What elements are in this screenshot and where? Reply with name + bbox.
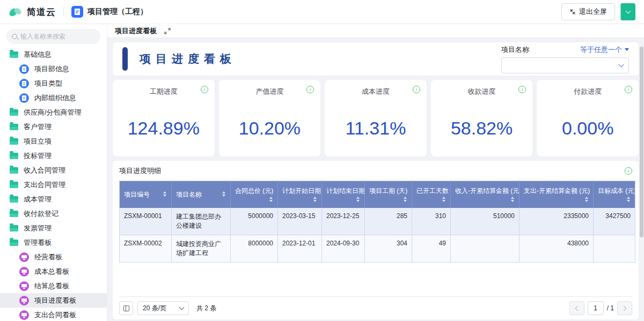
folder-icon	[10, 225, 18, 232]
sidebar: 基础信息 项目部信息 项目类型 内部组织信息 供应商/分包商管理 客户管理 项目…	[0, 24, 107, 321]
next-page-button[interactable]	[617, 301, 632, 315]
sidebar-item-operation-dashboard[interactable]: 经营看板	[0, 250, 107, 264]
folder-icon	[10, 124, 18, 130]
col-header-contract-total[interactable]: 合同总价 (元)	[231, 181, 278, 208]
filter-value-select[interactable]	[501, 57, 629, 73]
sort-icon	[163, 191, 167, 197]
title-card: 项目进度看板 项目名称 等于任意一个	[113, 42, 639, 76]
folder-icon	[10, 211, 18, 217]
sidebar-item-invoice-mgmt[interactable]: 发票管理	[0, 221, 107, 235]
filter-operator-label: 等于任意一个	[580, 45, 622, 55]
sort-icon	[442, 197, 446, 203]
sort-icon	[584, 197, 589, 203]
folder-icon	[10, 138, 18, 145]
columns-icon	[123, 305, 129, 311]
col-header-income-settled[interactable]: 收入-开累结算金额 (元)	[451, 181, 519, 208]
page-number-input[interactable]	[588, 301, 604, 315]
metric-title: 产值进度	[219, 80, 321, 96]
form-icon	[19, 64, 29, 74]
chevron-right-icon	[621, 305, 627, 311]
page-size-select[interactable]: 20 条/页	[137, 301, 189, 315]
header-divider	[63, 7, 64, 17]
sidebar-item-supplier-subcontractor[interactable]: 供应商/分包商管理	[0, 105, 107, 120]
sort-icon	[356, 197, 360, 203]
sidebar-item-label: 支出合同管理	[24, 180, 65, 190]
sidebar-item-label: 项目类型	[34, 79, 62, 88]
sidebar-search[interactable]	[6, 29, 100, 44]
dashboard-icon	[19, 296, 29, 305]
install-template-caret-button[interactable]	[620, 3, 635, 20]
prev-page-button[interactable]	[569, 301, 584, 315]
chevron-down-icon	[619, 62, 624, 67]
main-area: 项目进度看板 项目进度看板 项目名称 等于任意一个	[107, 24, 644, 321]
col-header-project-id[interactable]: 项目编号	[120, 181, 172, 208]
info-icon[interactable]	[625, 167, 632, 175]
col-header-target-cost[interactable]: 目标成本 (元)	[594, 181, 635, 208]
table-title: 项目进度明细	[119, 166, 161, 176]
logo-text: 简道云	[27, 6, 56, 18]
total-count: 共 2 条	[196, 304, 216, 313]
metric-card-receipt-progress: 收款进度 58.82%	[431, 80, 533, 156]
total-pages: / 1	[607, 304, 614, 312]
col-header-expense-settled[interactable]: 支出-开累结算金额 (元)	[519, 181, 594, 208]
metric-title: 付款进度	[537, 80, 639, 96]
pagination-bar: 20 条/页 共 2 条 / 1	[119, 296, 632, 315]
table-row[interactable]: ZSXM-00001 建工集团总部办公楼建设 5000000 2023-03-1…	[120, 208, 635, 235]
metric-title: 工期进度	[113, 80, 215, 96]
sidebar-item-basic-info[interactable]: 基础信息	[0, 47, 107, 62]
chevron-left-icon	[575, 305, 580, 311]
sidebar-item-customer-mgmt[interactable]: 客户管理	[0, 120, 107, 134]
brand-logo[interactable]: 简道云	[9, 6, 56, 18]
form-icon	[19, 93, 29, 103]
sidebar-item-label: 支出合同看板	[34, 310, 76, 320]
sidebar-item-label: 成本管理	[24, 195, 52, 204]
sort-icon	[269, 197, 273, 203]
folder-icon	[10, 51, 18, 58]
sidebar-item-bidding-mgmt[interactable]: 投标管理	[0, 148, 107, 163]
metric-card-output-progress: 产值进度 10.20%	[219, 80, 321, 156]
sidebar-item-label: 项目部信息	[34, 64, 69, 74]
metric-cards-row: 工期进度 124.89% 产值进度 10.20% 成本进度 11.31% 收款进…	[113, 80, 639, 156]
sidebar-item-mgmt-dashboards[interactable]: 管理看板	[0, 235, 107, 250]
logo-leaf-icon	[9, 6, 23, 18]
col-header-project-name[interactable]: 项目名称	[172, 181, 231, 208]
app-title: 项目管理（工程）	[87, 7, 148, 17]
metric-title: 成本进度	[325, 80, 427, 96]
col-header-project-duration[interactable]: 项目工期 (天)	[365, 181, 412, 208]
sidebar-item-project-initiation[interactable]: 项目立项	[0, 134, 107, 148]
sidebar-item-payment-registration[interactable]: 收付款登记	[0, 206, 107, 221]
column-settings-button[interactable]	[119, 301, 133, 315]
exit-fullscreen-button[interactable]: 退出全屏	[561, 3, 615, 20]
sidebar-item-project-progress-dashboard[interactable]: 项目进度看板	[0, 293, 107, 308]
sidebar-item-cost-total-dashboard[interactable]: 成本总看板	[0, 264, 107, 279]
project-progress-table: 项目编号 项目名称 合同总价 (元) 计划开始日期 计划结束日期 项目工期 (天…	[119, 181, 635, 263]
sidebar-item-income-contract-mgmt[interactable]: 收入合同管理	[0, 163, 107, 177]
title-accent-bar	[122, 47, 128, 71]
col-header-plan-end-date[interactable]: 计划结束日期	[322, 181, 365, 208]
project-progress-detail-card: 项目进度明细 项目编号 项目名称 合同总价 (元) 计划开始日期 计划结束日期	[113, 161, 639, 319]
sort-icon	[510, 197, 515, 203]
sidebar-item-cost-mgmt[interactable]: 成本管理	[0, 192, 107, 206]
search-input[interactable]	[20, 33, 95, 40]
sidebar-item-project-dept-info[interactable]: 项目部信息	[0, 62, 107, 76]
sidebar-item-expense-contract-mgmt[interactable]: 支出合同管理	[0, 177, 107, 192]
col-header-days-worked[interactable]: 已开工天数	[412, 181, 451, 208]
col-header-plan-start-date[interactable]: 计划开始日期	[278, 181, 322, 208]
dashboard-icon	[19, 267, 29, 277]
sidebar-item-internal-org-info[interactable]: 内部组织信息	[0, 91, 107, 105]
sidebar-item-settlement-total-dashboard[interactable]: 结算总看板	[0, 279, 107, 293]
app-header: 简道云 项目管理（工程） 退出全屏 安装模板(带数据)	[0, 0, 644, 24]
metric-value: 0.00%	[537, 118, 639, 139]
triangle-down-icon	[625, 48, 629, 51]
form-icon	[19, 79, 29, 88]
info-icon[interactable]	[413, 86, 420, 93]
search-icon	[12, 34, 17, 39]
sidebar-item-project-type[interactable]: 项目类型	[0, 76, 107, 91]
info-icon[interactable]	[201, 86, 208, 93]
vertical-scrollbar[interactable]	[640, 47, 643, 237]
table-row[interactable]: ZSXM-00002 城建投资商业广场扩建工程 8000000 2023-12-…	[120, 235, 635, 263]
info-icon[interactable]	[625, 86, 632, 93]
filter-operator-dropdown[interactable]: 等于任意一个	[580, 45, 629, 55]
folder-icon	[10, 167, 18, 174]
sidebar-item-expense-contract-dashboard[interactable]: 支出合同看板	[0, 308, 107, 321]
